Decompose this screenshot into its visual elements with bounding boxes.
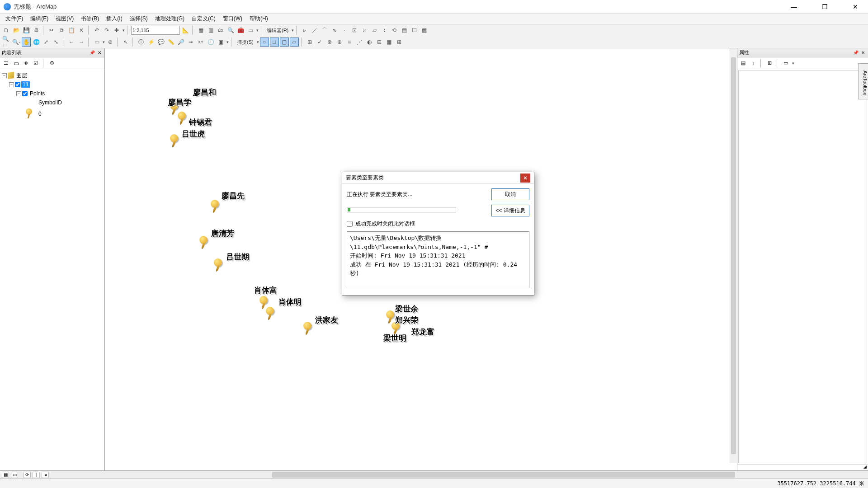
hyperlink-icon[interactable]: ⚡ [146, 38, 156, 47]
snapping-menu[interactable]: 捕捉(S) [235, 39, 255, 46]
forward-extent-icon[interactable]: → [77, 38, 86, 47]
fixed-zoom-out-icon[interactable]: ⤡ [52, 38, 61, 47]
pan-icon[interactable]: ✋ [22, 38, 31, 47]
editor-menu[interactable]: 编辑器(R) [265, 27, 290, 34]
data-view-tab[interactable]: ▦ [2, 472, 9, 478]
edit-create-icon[interactable]: ▦ [420, 26, 429, 35]
edit-sketch-icon[interactable]: ☐ [410, 26, 419, 35]
edit-attributes-icon[interactable]: ▤ [400, 26, 409, 35]
edit-split-icon[interactable]: ⌇ [380, 26, 389, 35]
menu-file[interactable]: 文件(F) [2, 14, 27, 23]
layer-11-visibility-checkbox[interactable] [15, 82, 20, 87]
toc-close-icon[interactable]: ✕ [96, 50, 103, 56]
find-route-icon[interactable]: ➟ [186, 38, 195, 47]
attrs-tb-2[interactable]: ↕ [749, 59, 757, 67]
editor-toolbar-btn-2[interactable]: ▥ [206, 26, 215, 35]
save-icon[interactable]: 💾 [22, 26, 31, 35]
map-pin[interactable] [302, 322, 313, 336]
back-extent-icon[interactable]: ← [67, 38, 76, 47]
layer-11-label[interactable]: 11 [21, 81, 30, 88]
select-elements-icon[interactable]: ↖ [121, 38, 130, 47]
toc-options-icon[interactable]: ⚙ [48, 59, 56, 67]
attrs-close-icon[interactable]: ✕ [860, 50, 866, 56]
dialog-titlebar[interactable]: 要素类至要素类 ✕ [342, 172, 534, 184]
redo-icon[interactable]: ↷ [102, 26, 111, 35]
create-viewer-icon[interactable]: ▣ [216, 38, 225, 47]
delete-icon[interactable]: ✕ [77, 26, 86, 35]
menu-selection[interactable]: 选择(S) [126, 14, 151, 23]
toolbox-icon[interactable]: 🧰 [236, 26, 245, 35]
snap-end-icon[interactable]: □ [270, 38, 279, 47]
dialog-log-textarea[interactable] [347, 231, 529, 288]
fixed-zoom-in-icon[interactable]: ⤢ [42, 38, 51, 47]
edit-cut-icon[interactable]: ▱ [370, 26, 379, 35]
map-vertical-scrollbar[interactable] [730, 48, 737, 463]
edit-tool-icon[interactable]: ▹ [300, 26, 309, 35]
topo-edit-icon[interactable]: ⊞ [305, 38, 314, 47]
print-icon[interactable]: 🖶 [32, 26, 41, 35]
map-pin[interactable] [264, 307, 276, 321]
snap-edge-icon[interactable]: ▱ [290, 38, 299, 47]
topo-shared-icon[interactable]: ⊟ [375, 38, 384, 47]
snap-vertex-icon[interactable]: ▢ [280, 38, 289, 47]
open-icon[interactable]: 📂 [12, 26, 21, 35]
arctoolbox-side-tab[interactable]: ArcToolbox [858, 63, 868, 99]
edit-rotate-icon[interactable]: ⟲ [390, 26, 399, 35]
catalog-icon[interactable]: 🗂 [216, 26, 225, 35]
find-icon[interactable]: 🔎 [176, 38, 185, 47]
attrs-pin-icon[interactable]: 📌 [853, 50, 859, 56]
zoom-out-icon[interactable]: 🔍- [12, 38, 21, 47]
topo-construct-icon[interactable]: ◐ [365, 38, 374, 47]
layer-points-label[interactable]: Points [28, 90, 46, 97]
menu-customize[interactable]: 自定义(C) [188, 14, 219, 23]
python-window-icon[interactable]: ▭ [246, 26, 255, 35]
topo-align-icon[interactable]: ≡ [345, 38, 354, 47]
dialog-cancel-button[interactable]: 取消 [491, 188, 529, 200]
toc-pin-icon[interactable]: 📌 [89, 50, 95, 56]
list-by-selection-icon[interactable]: ☑ [32, 59, 40, 67]
edit-point-icon[interactable]: · [340, 26, 349, 35]
attrs-tb-4[interactable]: ▭ [782, 59, 790, 67]
scale-tools-icon[interactable]: 📐 [181, 26, 190, 35]
menu-geoprocessing[interactable]: 地理处理(G) [151, 14, 188, 23]
full-extent-icon[interactable]: 🌐 [32, 38, 41, 47]
add-data-icon[interactable]: ✚ [112, 26, 121, 35]
menu-windows[interactable]: 窗口(W) [219, 14, 246, 23]
edit-arc-icon[interactable]: ⌒ [320, 26, 329, 35]
select-features-icon[interactable]: ▭ [92, 38, 101, 47]
tree-root-label[interactable]: 图层 [15, 72, 28, 80]
topo-fix-icon[interactable]: ⊕ [335, 38, 344, 47]
map-horizontal-scrollbar[interactable] [51, 471, 866, 479]
zoom-in-icon[interactable]: 🔍+ [2, 38, 11, 47]
edit-reshape-icon[interactable]: ⟀ [360, 26, 369, 35]
topo-validate-icon[interactable]: ✓ [315, 38, 324, 47]
view-left-button[interactable]: ◂ [42, 472, 49, 478]
time-slider-icon[interactable]: 🕘 [206, 38, 215, 47]
menu-edit[interactable]: 编辑(E) [27, 14, 52, 23]
search-window-icon[interactable]: 🔍 [226, 26, 235, 35]
edit-trace-icon[interactable]: ∿ [330, 26, 339, 35]
tree-toggle-root[interactable]: − [2, 73, 7, 78]
tree-toggle-11[interactable]: − [9, 82, 14, 87]
layer-points-visibility-checkbox[interactable] [22, 91, 28, 96]
map-scale-combo[interactable] [131, 26, 180, 35]
refresh-view-button[interactable]: ⟳ [24, 472, 31, 478]
clear-selection-icon[interactable]: ⊘ [106, 38, 115, 47]
editor-toolbar-btn-1[interactable]: ▦ [196, 26, 205, 35]
cut-icon[interactable]: ✂ [47, 26, 56, 35]
topo-planarize-icon[interactable]: ▦ [385, 38, 394, 47]
menu-view[interactable]: 视图(V) [52, 14, 77, 23]
identify-icon[interactable]: ⓘ [137, 38, 146, 47]
dialog-close-button[interactable]: ✕ [520, 174, 530, 183]
attrs-tb-1[interactable]: ▤ [739, 59, 747, 67]
map-pin[interactable] [212, 258, 224, 273]
map-pin[interactable] [168, 134, 180, 149]
list-by-source-icon[interactable]: 🗃 [12, 59, 20, 67]
layout-view-tab[interactable]: ▭ [11, 472, 18, 478]
attrs-resize-grip-icon[interactable]: ◢ [862, 465, 868, 470]
copy-icon[interactable]: ⧉ [57, 26, 66, 35]
close-on-success-checkbox[interactable] [347, 221, 353, 227]
topo-generalize-icon[interactable]: ⋰ [355, 38, 364, 47]
attrs-tb-3[interactable]: ⊞ [765, 59, 774, 67]
tree-toggle-points[interactable]: − [16, 91, 21, 96]
